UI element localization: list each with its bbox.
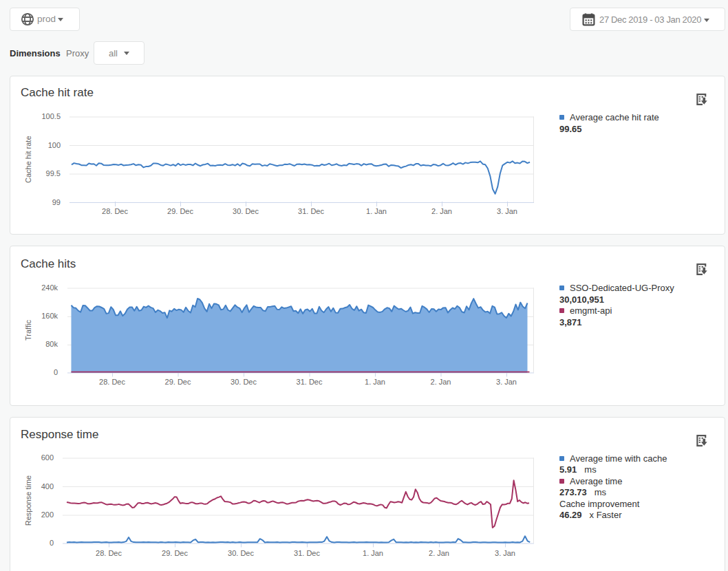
svg-text:3. Jan: 3. Jan bbox=[497, 207, 517, 215]
svg-text:28. Dec: 28. Dec bbox=[96, 549, 122, 557]
svg-text:600: 600 bbox=[41, 453, 54, 462]
svg-text:100.5: 100.5 bbox=[41, 112, 61, 120]
svg-text:1. Jan: 1. Jan bbox=[363, 549, 383, 557]
svg-text:1. Jan: 1. Jan bbox=[366, 207, 387, 215]
svg-text:99.5: 99.5 bbox=[46, 169, 61, 177]
svg-text:31. Dec: 31. Dec bbox=[298, 207, 324, 215]
svg-text:28. Dec: 28. Dec bbox=[99, 378, 125, 386]
svg-text:1. Jan: 1. Jan bbox=[365, 378, 385, 386]
svg-text:31. Dec: 31. Dec bbox=[297, 378, 323, 386]
svg-text:80k: 80k bbox=[45, 340, 58, 348]
svg-text:240k: 240k bbox=[41, 283, 58, 292]
svg-text:0: 0 bbox=[54, 368, 58, 376]
svg-text:Response time: Response time bbox=[24, 475, 32, 526]
svg-text:200: 200 bbox=[41, 510, 54, 519]
svg-text:2. Jan: 2. Jan bbox=[429, 549, 449, 557]
svg-text:99: 99 bbox=[52, 198, 61, 206]
svg-text:Traffic: Traffic bbox=[24, 320, 32, 341]
svg-text:30. Dec: 30. Dec bbox=[228, 549, 254, 557]
svg-text:2. Jan: 2. Jan bbox=[431, 378, 451, 386]
svg-text:3. Jan: 3. Jan bbox=[496, 378, 517, 386]
svg-text:28. Dec: 28. Dec bbox=[102, 207, 128, 215]
svg-text:2. Jan: 2. Jan bbox=[431, 207, 452, 215]
svg-text:400: 400 bbox=[41, 482, 54, 491]
svg-text:30. Dec: 30. Dec bbox=[231, 378, 257, 386]
svg-text:0: 0 bbox=[50, 539, 54, 547]
svg-text:29. Dec: 29. Dec bbox=[165, 378, 191, 386]
svg-text:160k: 160k bbox=[41, 312, 58, 320]
svg-text:100: 100 bbox=[48, 141, 61, 149]
svg-text:3. Jan: 3. Jan bbox=[495, 549, 515, 557]
svg-text:29. Dec: 29. Dec bbox=[167, 207, 193, 215]
svg-text:Cache hit rate: Cache hit rate bbox=[24, 136, 32, 183]
svg-text:29. Dec: 29. Dec bbox=[162, 549, 188, 557]
svg-text:31. Dec: 31. Dec bbox=[294, 549, 320, 557]
svg-text:30. Dec: 30. Dec bbox=[233, 207, 259, 215]
